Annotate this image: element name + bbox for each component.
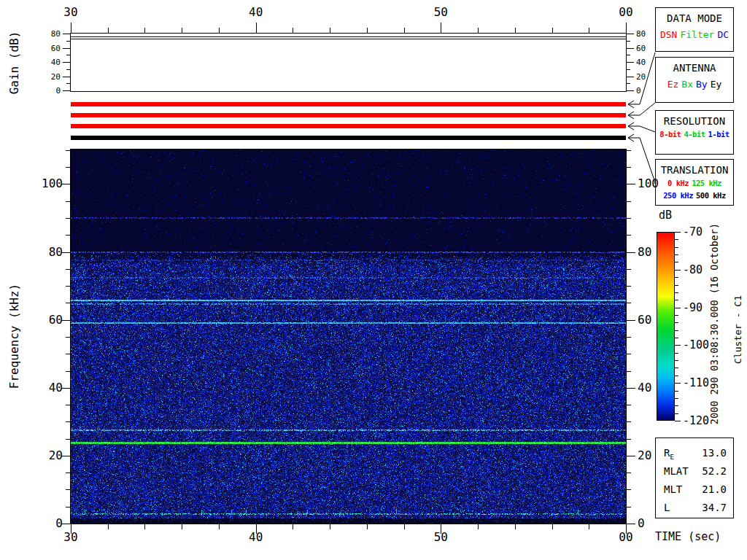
antenna-panel: ANTENNA EzBxByEy	[655, 57, 734, 103]
axis-tick	[330, 524, 330, 529]
axis-tick	[66, 55, 70, 55]
axis-tick	[675, 421, 681, 421]
axis-tick	[627, 55, 630, 55]
axis-tick	[627, 524, 635, 524]
legend-row: 250 kHz500 kHz	[656, 192, 733, 200]
axis-tick	[675, 345, 681, 346]
data-mode-panel: DATA MODE DSNFilterDC	[655, 7, 734, 52]
resolution-title: RESOLUTION	[656, 116, 733, 126]
axis-tick-label: 100	[638, 178, 667, 190]
axis-tick	[675, 391, 678, 392]
axis-tick	[589, 524, 589, 529]
antenna-title: ANTENNA	[656, 63, 733, 73]
axis-tick-label: 40	[638, 382, 667, 394]
axis-tick	[675, 405, 678, 406]
axis-tick	[627, 337, 631, 338]
axis-tick	[627, 489, 631, 490]
axis-tick	[627, 235, 631, 236]
axis-tick	[63, 48, 70, 49]
re-value: 13.0	[702, 448, 727, 461]
ephemeris-row-l: L 34.7	[664, 502, 727, 516]
axis-tick-label: 20	[31, 73, 61, 81]
axis-tick-label: 60	[31, 44, 61, 52]
axis-tick	[627, 201, 631, 202]
axis-tick-label: 80	[638, 246, 667, 258]
axis-tick	[675, 254, 678, 255]
legend-item: 8-bit	[659, 130, 681, 139]
axis-tick	[66, 167, 70, 168]
antenna-bar	[71, 113, 626, 117]
axis-tick	[66, 83, 70, 84]
axis-tick	[66, 421, 70, 422]
axis-tick	[552, 28, 553, 34]
axis-tick-label: 20	[29, 450, 63, 462]
axis-tick	[627, 69, 630, 70]
axis-tick	[367, 28, 368, 34]
axis-tick	[108, 524, 109, 529]
axis-tick	[66, 218, 70, 219]
axis-tick-label: 40	[241, 7, 271, 18]
axis-tick-label: 60	[29, 314, 63, 326]
axis-tick-label: 0	[638, 518, 667, 529]
gain-trace-line-1	[71, 36, 626, 37]
axis-tick-label: 30	[56, 7, 85, 18]
axis-tick	[675, 308, 681, 308]
axis-tick-label: -110	[683, 378, 713, 389]
axis-tick-label: 00	[611, 532, 640, 543]
axis-tick-label: -80	[683, 265, 713, 276]
legend-row: 8-bit4-bit1-bit	[656, 131, 733, 139]
axis-tick	[330, 28, 330, 34]
axis-tick	[441, 23, 441, 34]
axis-tick	[66, 489, 70, 490]
ephemeris-row-mlt: MLT 21.0	[664, 484, 727, 497]
axis-tick	[675, 383, 681, 384]
axis-tick	[589, 28, 589, 34]
axis-tick-label: 20	[638, 450, 667, 462]
axis-tick	[675, 300, 678, 300]
axis-tick	[627, 286, 631, 287]
axis-tick-label: 60	[636, 44, 658, 52]
axis-tick	[66, 472, 70, 473]
axis-tick	[63, 34, 70, 34]
axis-tick	[627, 83, 630, 84]
axis-tick	[627, 472, 631, 473]
axis-tick-label: 80	[29, 246, 63, 258]
axis-tick	[219, 524, 220, 529]
axis-tick	[66, 269, 70, 270]
legend-item: 0 kHz	[667, 179, 689, 187]
axis-tick	[66, 405, 70, 405]
axis-tick	[675, 247, 678, 248]
legend-item: 4-bit	[684, 130, 705, 139]
legend-item: DSN	[660, 29, 677, 40]
axis-tick	[478, 524, 479, 529]
axis-tick	[182, 524, 182, 529]
legend-item: Filter	[680, 29, 714, 40]
axis-tick	[256, 23, 257, 34]
axis-tick-label: -100	[683, 340, 713, 351]
axis-tick-label: 80	[31, 30, 61, 38]
data-mode-bar	[71, 102, 626, 106]
axis-tick	[63, 90, 70, 91]
ephemeris-panel: RE 13.0 MLAT 52.2 MLT 21.0 L 34.7	[655, 438, 734, 518]
spectrogram-canvas	[71, 149, 626, 524]
axis-tick	[675, 277, 678, 278]
axis-tick	[627, 456, 635, 456]
axis-tick-label: 0	[29, 518, 63, 529]
translation-panel: TRANSLATION 0 kHz125 kHz250 kHz500 kHz	[655, 159, 734, 206]
axis-tick	[66, 371, 70, 372]
axis-tick	[66, 337, 70, 338]
mlat-value: 52.2	[702, 466, 727, 479]
legend-item: By	[696, 79, 708, 90]
legend-row: EzBxByEy	[656, 79, 733, 89]
axis-tick	[627, 167, 631, 168]
axis-tick	[627, 34, 634, 34]
axis-tick	[627, 354, 631, 354]
translation-bar	[71, 136, 626, 140]
axis-tick	[63, 62, 70, 63]
axis-tick	[627, 405, 631, 405]
ephemeris-row-mlat: MLAT 52.2	[664, 466, 727, 479]
axis-tick	[367, 524, 368, 529]
axis-tick-label: 20	[636, 73, 658, 81]
axis-tick-label: 00	[611, 7, 640, 18]
axis-tick	[627, 62, 634, 63]
